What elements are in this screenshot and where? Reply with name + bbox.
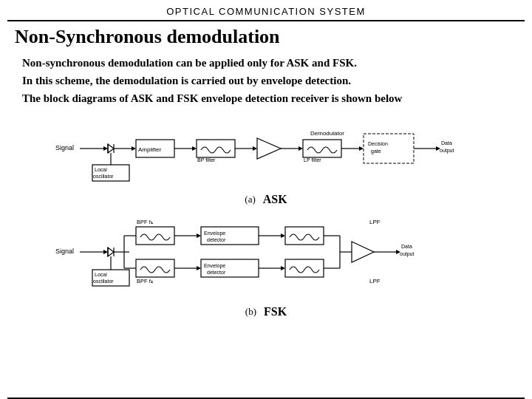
svg-text:Signal: Signal: [55, 248, 74, 255]
svg-text:Decision: Decision: [368, 141, 388, 146]
svg-text:Local: Local: [95, 272, 107, 277]
svg-marker-67: [281, 233, 285, 238]
paragraph-1: Non-synchronous demodulation can be appl…: [22, 54, 510, 72]
svg-text:detector: detector: [207, 237, 226, 242]
svg-marker-2: [103, 146, 108, 151]
paragraph-2: In this scheme, the demodulation is carr…: [22, 72, 510, 89]
content-area: Non-synchronous demodulation can be appl…: [0, 51, 532, 395]
ask-diagram-block: Signal Local oscillator: [22, 112, 510, 206]
svg-text:oscillator: oscillator: [93, 174, 114, 179]
svg-text:BPF f₁: BPF f₁: [137, 219, 153, 225]
svg-text:Data: Data: [401, 244, 412, 249]
svg-marker-15: [192, 146, 197, 151]
svg-text:Envelope: Envelope: [204, 263, 225, 269]
svg-text:oscillator: oscillator: [93, 279, 114, 284]
fsk-label: FSK: [264, 305, 287, 318]
fsk-svg: Signal Local oscillator: [52, 209, 480, 305]
svg-marker-20: [257, 138, 281, 159]
svg-marker-62: [197, 266, 201, 270]
fsk-diagram-block: Signal Local oscillator: [22, 209, 510, 318]
svg-marker-37: [103, 250, 108, 254]
svg-marker-57: [197, 233, 201, 238]
svg-marker-11: [132, 146, 136, 151]
diagrams-area: Signal Local oscillator: [22, 112, 510, 318]
svg-text:LPF: LPF: [369, 278, 381, 284]
svg-text:LPF: LPF: [369, 219, 381, 225]
svg-marker-70: [281, 266, 285, 270]
svg-text:Data: Data: [441, 140, 452, 146]
svg-marker-76: [352, 242, 374, 262]
svg-marker-19: [253, 146, 257, 151]
svg-text:BP filter: BP filter: [197, 157, 216, 163]
page: OPTICAL COMMUNICATION SYSTEM Non-Synchro…: [0, 0, 532, 399]
svg-text:Local: Local: [95, 167, 107, 172]
fsk-sub-label: (b): [245, 306, 256, 318]
ask-sub-label: (a): [245, 194, 255, 205]
page-title: Non-Synchronous demodulation: [0, 21, 532, 51]
svg-text:output: output: [440, 148, 454, 154]
ask-label: ASK: [263, 193, 287, 206]
svg-text:gate: gate: [371, 149, 381, 154]
svg-text:output: output: [400, 251, 415, 257]
svg-marker-26: [359, 146, 364, 151]
svg-text:BPF f₂: BPF f₂: [137, 278, 153, 284]
header-title: OPTICAL COMMUNICATION SYSTEM: [0, 0, 532, 20]
paragraph-3: The block diagrams of ASK and FSK envelo…: [22, 89, 510, 107]
svg-text:detector: detector: [207, 270, 226, 275]
svg-marker-39: [108, 248, 114, 256]
ask-svg: Signal Local oscillator: [52, 112, 480, 193]
svg-text:LP filter: LP filter: [304, 157, 321, 163]
svg-text:Demodulator: Demodulator: [310, 130, 344, 137]
ask-label-row: (a) ASK: [245, 193, 287, 206]
svg-text:Signal: Signal: [55, 144, 74, 151]
svg-marker-4: [108, 144, 114, 153]
fsk-label-row: (b) FSK: [245, 305, 287, 318]
svg-text:Envelope: Envelope: [204, 231, 225, 236]
svg-text:Amplifier: Amplifier: [138, 146, 161, 153]
svg-marker-22: [299, 146, 303, 151]
